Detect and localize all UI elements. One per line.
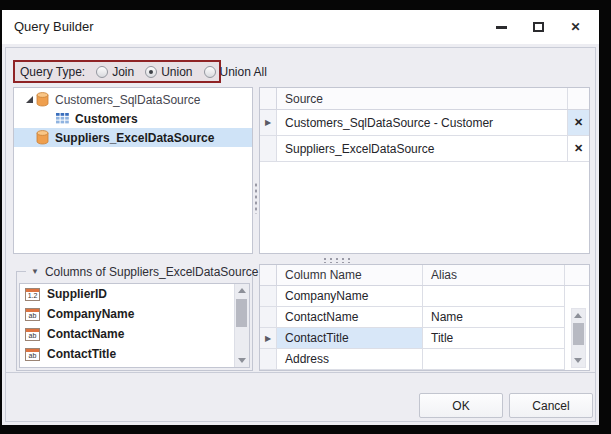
row-indicator-icon: ▶ (260, 328, 277, 348)
collapse-arrow-icon[interactable]: ▼ (31, 268, 39, 276)
table-icon (56, 113, 69, 124)
groupbox-legend: ▼ Columns of Suppliers_ExcelDataSource (16, 264, 253, 279)
sources-grid: Source ▶ Customers_SqlDataSource - Custo… (259, 87, 590, 254)
columns-grid-header: Column Name Alias (260, 265, 589, 286)
delete-source-button[interactable]: ✕ (567, 136, 589, 161)
window-controls: ✕ (490, 10, 587, 44)
minimize-icon (496, 26, 507, 29)
columns-groupbox: ▼ Columns of Suppliers_ExcelDataSource 1… (16, 264, 253, 371)
scroll-down-icon[interactable] (238, 358, 246, 363)
column-name-cell[interactable]: ContactName (277, 307, 423, 327)
alias-header: Alias (423, 265, 565, 285)
radio-union[interactable]: Union (145, 65, 192, 79)
list-item-label: ContactTitle (47, 347, 116, 361)
maximize-icon (533, 22, 544, 32)
close-icon: ✕ (570, 21, 580, 33)
radio-union-all-label: Union All (220, 65, 267, 79)
maximize-button[interactable] (527, 16, 550, 39)
columns-grid: Column Name Alias CompanyName ContactNam… (259, 264, 590, 371)
content-divider (5, 372, 596, 373)
radio-union-all[interactable]: Union All (204, 65, 267, 79)
source-row-customers[interactable]: ▶ Customers_SqlDataSource - Customer ✕ (260, 110, 589, 136)
scroll-up-icon[interactable] (574, 313, 582, 318)
filler-header-cell (565, 265, 589, 285)
query-type-label: Query Type: (20, 65, 85, 79)
columns-list: 1.2 SupplierID ab CompanyName ab Contact… (19, 283, 250, 368)
scrollbar-thumb[interactable] (573, 323, 584, 345)
delete-column-header (567, 88, 589, 109)
database-icon (36, 130, 49, 145)
list-item-label: ContactName (47, 327, 124, 341)
list-item-companyname[interactable]: ab CompanyName (20, 304, 234, 324)
list-item-label: CompanyName (47, 307, 134, 321)
columns-panel-title: Columns of Suppliers_ExcelDataSource (45, 265, 265, 279)
numeric-field-icon: 1.2 (25, 288, 40, 301)
query-builder-dialog: Query Builder ✕ Query Type: Join Union U… (2, 10, 599, 425)
row-indicator-header-cell (260, 88, 277, 109)
row-indicator-icon: ▶ (260, 110, 277, 135)
ok-button[interactable]: OK (419, 393, 503, 418)
sources-grid-header: Source (260, 88, 589, 110)
text-field-icon: ab (25, 328, 40, 341)
source-column-header: Source (277, 88, 567, 109)
text-field-icon: ab (25, 368, 40, 369)
alias-cell[interactable]: Name (423, 307, 565, 327)
column-row-companyname[interactable]: CompanyName (260, 286, 589, 307)
minimize-button[interactable] (490, 16, 513, 39)
horizontal-splitter-grip[interactable] (322, 257, 352, 263)
scroll-down-icon[interactable] (574, 358, 582, 363)
radio-union-all-icon (204, 66, 216, 78)
groupbox-border-segment (16, 271, 26, 272)
tree-item-customers-table[interactable]: Customers (14, 109, 252, 128)
radio-union-icon (145, 66, 157, 78)
columns-grid-scrollbar[interactable] (571, 308, 586, 368)
row-indicator-cell (260, 286, 277, 306)
scroll-up-icon[interactable] (238, 288, 246, 293)
row-indicator-cell (260, 307, 277, 327)
cancel-button[interactable]: Cancel (509, 393, 593, 418)
list-item-contacttitle[interactable]: ab ContactTitle (20, 344, 234, 364)
tree-item-customers-sqldatasource[interactable]: Customers_SqlDataSource (14, 90, 252, 109)
radio-union-label: Union (161, 65, 192, 79)
delete-source-button[interactable]: ✕ (567, 110, 589, 135)
column-name-header: Column Name (277, 265, 423, 285)
tree-item-suppliers-exceldatasource[interactable]: Suppliers_ExcelDataSource (14, 128, 252, 147)
database-icon (36, 92, 49, 107)
list-item-label: Address (47, 367, 95, 368)
column-name-cell[interactable]: Address (277, 349, 423, 369)
radio-join[interactable]: Join (96, 65, 134, 79)
column-row-contactname[interactable]: ContactName Name (260, 307, 589, 328)
query-type-group: Query Type: Join Union Union All (13, 60, 221, 83)
row-indicator-cell (260, 349, 277, 369)
radio-join-label: Join (112, 65, 134, 79)
columns-grid-scroll-area (565, 286, 589, 370)
alias-cell[interactable] (423, 286, 565, 306)
source-cell[interactable]: Customers_SqlDataSource - Customer (277, 110, 567, 135)
scrollbar-thumb[interactable] (236, 299, 247, 327)
radio-join-icon (96, 66, 108, 78)
list-item-supplierid[interactable]: 1.2 SupplierID (20, 284, 234, 304)
tree-item-label: Customers (75, 112, 138, 126)
tree-item-label: Customers_SqlDataSource (55, 93, 200, 107)
list-item-label: SupplierID (47, 287, 107, 301)
list-item-address[interactable]: ab Address (20, 364, 234, 368)
column-name-cell[interactable]: CompanyName (277, 286, 423, 306)
columns-list-scrollbar[interactable] (234, 284, 249, 367)
alias-cell[interactable] (423, 349, 565, 369)
column-row-contacttitle[interactable]: ▶ ContactTitle Title (260, 328, 589, 349)
row-indicator-cell (260, 136, 277, 161)
close-button[interactable]: ✕ (564, 16, 587, 39)
column-name-cell[interactable]: ContactTitle (277, 328, 423, 348)
source-row-suppliers[interactable]: Suppliers_ExcelDataSource ✕ (260, 136, 589, 162)
expand-arrow-icon[interactable] (23, 95, 36, 104)
alias-cell[interactable]: Title (423, 328, 565, 348)
column-row-address[interactable]: Address (260, 349, 589, 370)
title-bar: Query Builder ✕ (2, 10, 599, 44)
list-item-contactname[interactable]: ab ContactName (20, 324, 234, 344)
row-indicator-header-cell (260, 265, 277, 285)
source-cell[interactable]: Suppliers_ExcelDataSource (277, 136, 567, 161)
datasource-tree: Customers_SqlDataSource Customers (13, 87, 253, 254)
window-title: Query Builder (14, 10, 93, 44)
text-field-icon: ab (25, 308, 40, 321)
tree-item-label: Suppliers_ExcelDataSource (55, 131, 214, 145)
